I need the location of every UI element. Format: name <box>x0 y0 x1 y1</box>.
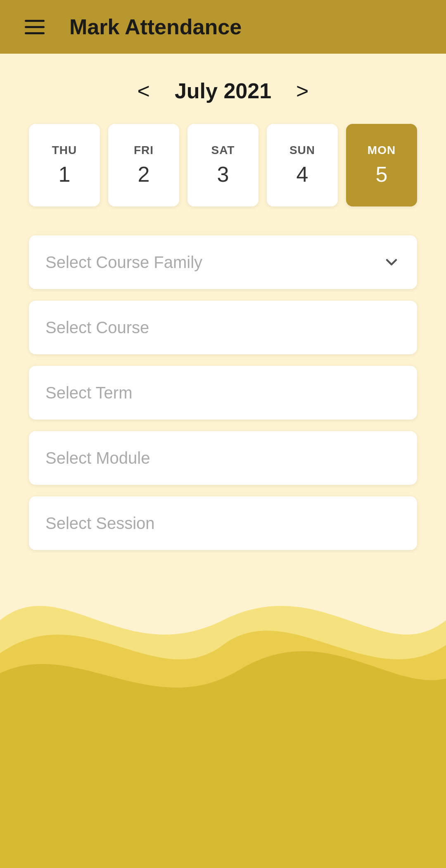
select-course[interactable]: Select Course <box>29 301 417 354</box>
month-year-label: July 2021 <box>175 78 271 103</box>
day-name-2: FRI <box>134 144 154 157</box>
day-card-3[interactable]: SAT3 <box>187 124 259 206</box>
day-number-2: 2 <box>138 162 150 187</box>
select-module-label: Select Module <box>45 449 401 467</box>
day-number-3: 3 <box>217 162 229 187</box>
hamburger-menu[interactable] <box>25 20 45 34</box>
select-course-family-label: Select Course Family <box>45 253 382 272</box>
day-number-1: 1 <box>59 162 71 187</box>
header: Mark Attendance <box>0 0 446 54</box>
day-name-1: THU <box>52 144 77 157</box>
select-term[interactable]: Select Term <box>29 366 417 420</box>
day-card-5[interactable]: MON5 <box>346 124 417 206</box>
select-term-label: Select Term <box>45 384 401 402</box>
day-selector: THU1FRI2SAT3SUN4MON5 <box>29 124 417 206</box>
wave-decoration <box>0 496 446 868</box>
day-card-2[interactable]: FRI2 <box>108 124 179 206</box>
select-course-label: Select Course <box>45 318 401 337</box>
next-month-button[interactable]: > <box>296 80 308 102</box>
day-name-3: SAT <box>211 144 235 157</box>
day-name-5: MON <box>368 144 396 157</box>
chevron-down-icon <box>382 253 401 271</box>
month-navigation: < July 2021 > <box>29 78 417 103</box>
main-content: < July 2021 > THU1FRI2SAT3SUN4MON5 Selec… <box>0 54 446 550</box>
day-name-4: SUN <box>289 144 315 157</box>
prev-month-button[interactable]: < <box>138 80 150 102</box>
select-course-family[interactable]: Select Course Family <box>29 235 417 289</box>
day-card-1[interactable]: THU1 <box>29 124 100 206</box>
day-number-5: 5 <box>376 162 388 187</box>
page-title: Mark Attendance <box>69 14 242 39</box>
select-module[interactable]: Select Module <box>29 431 417 485</box>
day-card-4[interactable]: SUN4 <box>267 124 338 206</box>
day-number-4: 4 <box>297 162 308 187</box>
